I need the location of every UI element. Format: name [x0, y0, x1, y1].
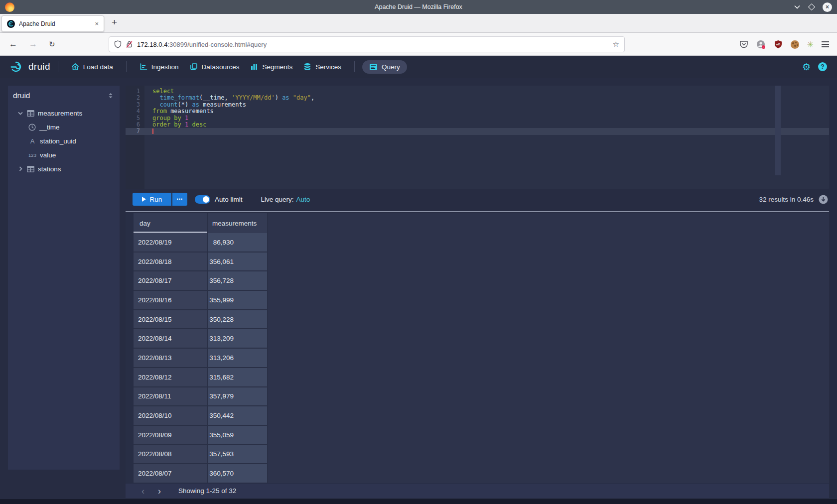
page-next-icon[interactable]: › [155, 487, 163, 496]
cell-measurements[interactable]: 350,442 [208, 406, 268, 426]
tree-item-measurements[interactable]: measurements [8, 106, 120, 120]
run-more-button[interactable]: ••• [172, 193, 187, 206]
results-pagination: ‹ › Showing 1-25 of 32 [126, 483, 829, 498]
sql-editor[interactable]: select time_format(__time, 'YYYY/MM/dd')… [126, 86, 829, 189]
cell-day[interactable]: 2022/08/15 [134, 310, 208, 330]
row-lead [126, 310, 134, 330]
cell-day[interactable]: 2022/08/13 [134, 349, 208, 368]
cell-measurements[interactable]: 315,682 [208, 368, 268, 387]
auto-limit-label[interactable]: Auto limit [215, 196, 243, 203]
cell-measurements[interactable]: 350,228 [208, 310, 268, 330]
tab-close-icon[interactable]: × [95, 20, 99, 27]
run-button[interactable]: Run [133, 193, 171, 206]
ublock-icon[interactable]: uO [774, 40, 783, 49]
cell-day[interactable]: 2022/08/18 [134, 252, 208, 272]
table-row: 2022/08/14 313,209 [126, 329, 829, 349]
row-filler [268, 406, 829, 426]
double-caret-icon[interactable] [108, 92, 114, 99]
nav-item-datasources[interactable]: Datasources [184, 60, 245, 74]
nav-item-services[interactable]: Services [298, 60, 347, 74]
row-filler [268, 349, 829, 368]
page-prev-icon[interactable]: ‹ [139, 487, 147, 496]
tracking-shield-icon[interactable] [114, 40, 122, 48]
nav-item-query[interactable]: Query [362, 60, 407, 74]
insecure-lock-icon[interactable] [126, 40, 133, 48]
reload-button[interactable]: ↻ [49, 40, 55, 49]
tab-favicon-icon [7, 20, 15, 28]
nav-item-segments[interactable]: Segments [245, 60, 298, 74]
maximize-button[interactable] [808, 3, 815, 10]
menu-hamburger-icon[interactable] [822, 41, 829, 47]
minimize-button[interactable] [794, 4, 801, 10]
column-header-day[interactable]: day [134, 213, 208, 233]
nav-item-label: Segments [262, 63, 292, 71]
download-icon[interactable] [819, 195, 828, 204]
table-row: 2022/08/19 86,930 [126, 233, 829, 252]
cell-day[interactable]: 2022/08/08 [134, 445, 208, 465]
cell-measurements[interactable]: 313,206 [208, 349, 268, 368]
url-bar[interactable]: 172.18.0.4:30899/unified-console.html#qu… [109, 36, 625, 52]
editor-code[interactable]: select time_format(__time, 'YYYY/MM/dd')… [144, 88, 829, 135]
query-run-bar: Run ••• Auto limit Live query: Auto 32 r… [126, 192, 829, 206]
cell-measurements[interactable]: 86,930 [208, 233, 268, 252]
tree-item-label: measurements [38, 110, 82, 117]
cell-day[interactable]: 2022/08/17 [134, 271, 208, 291]
svg-text:uO: uO [776, 43, 780, 46]
cell-measurements[interactable]: 356,728 [208, 271, 268, 291]
column-header-measurements[interactable]: measurements [208, 213, 268, 233]
browser-tab-bar: Apache Druid × + [0, 14, 837, 33]
account-extension-icon[interactable] [756, 40, 766, 49]
forward-button[interactable]: → [29, 39, 37, 49]
tree-item-time[interactable]: __time [8, 120, 120, 134]
nav-item-load-data[interactable]: Load data [66, 60, 119, 74]
cell-measurements[interactable]: 313,209 [208, 329, 268, 349]
druid-logo[interactable]: druid [10, 61, 50, 73]
cell-measurements[interactable]: 357,593 [208, 445, 268, 465]
cookie-icon[interactable] [791, 40, 799, 49]
row-lead [126, 368, 134, 387]
cell-measurements[interactable]: 355,999 [208, 291, 268, 310]
cell-day[interactable]: 2022/08/07 [134, 464, 208, 484]
pocket-icon[interactable] [739, 40, 748, 49]
cell-day[interactable]: 2022/08/16 [134, 291, 208, 310]
nav-item-ingestion[interactable]: Ingestion [134, 60, 184, 74]
new-tab-button[interactable]: + [112, 17, 117, 28]
cell-day[interactable]: 2022/08/11 [134, 387, 208, 407]
cell-measurements[interactable]: 355,059 [208, 426, 268, 445]
back-button[interactable]: ← [9, 39, 17, 49]
browser-tab[interactable]: Apache Druid × [1, 15, 104, 32]
cell-day[interactable]: 2022/08/19 [134, 233, 208, 252]
tree-item-stations[interactable]: stations [8, 162, 120, 176]
settings-gear-icon[interactable]: ⚙ [802, 62, 811, 72]
live-query-value[interactable]: Auto [296, 196, 310, 203]
row-filler [268, 387, 829, 407]
cell-day[interactable]: 2022/08/10 [134, 406, 208, 426]
table-row: 2022/08/10 350,442 [126, 406, 829, 426]
row-lead [126, 233, 134, 252]
tree-item-value[interactable]: 123 value [8, 148, 120, 162]
cell-measurements[interactable]: 360,570 [208, 464, 268, 484]
close-button[interactable]: × [823, 2, 832, 12]
row-lead [126, 252, 134, 272]
tree-item-station-uuid[interactable]: A station_uuid [8, 134, 120, 148]
table-row: 2022/08/07 360,570 [126, 464, 829, 484]
row-filler [268, 252, 829, 272]
cell-measurements[interactable]: 357,979 [208, 387, 268, 407]
chevron-down-icon[interactable] [17, 112, 23, 115]
cell-measurements[interactable]: 356,061 [208, 252, 268, 272]
toggle-knob [203, 196, 209, 203]
row-lead [126, 445, 134, 465]
result-summary: 32 results in 0.46s [759, 196, 814, 203]
bookmark-star-icon[interactable]: ☆ [613, 40, 619, 49]
cell-day[interactable]: 2022/08/14 [134, 329, 208, 349]
auto-limit-toggle[interactable] [195, 195, 210, 204]
table-row: 2022/08/08 357,593 [126, 445, 829, 465]
cell-day[interactable]: 2022/08/09 [134, 426, 208, 445]
window-title: Apache Druid — Mozilla Firefox [0, 3, 837, 10]
editor-results-splitter[interactable] [126, 211, 829, 212]
cell-day[interactable]: 2022/08/12 [134, 368, 208, 387]
help-icon[interactable]: ? [818, 62, 827, 71]
chevron-right-icon[interactable] [17, 166, 23, 171]
extension-asterisk-icon[interactable]: ✳ [807, 40, 814, 49]
editor-scrollbar[interactable] [775, 86, 781, 175]
